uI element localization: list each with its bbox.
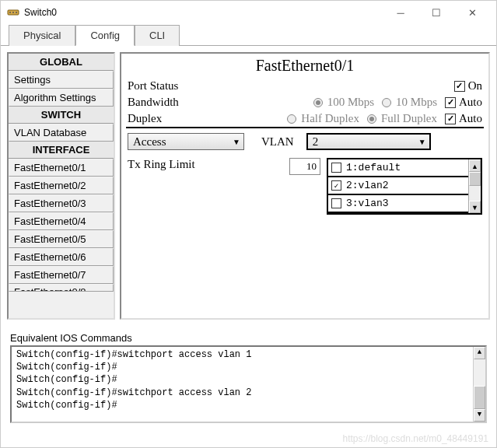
duplex-auto-checkbox[interactable] [445, 114, 456, 124]
sidebar-item-fe06[interactable]: FastEthernet0/6 [9, 248, 114, 266]
bandwidth-100-label: 100 Mbps [327, 96, 374, 109]
duplex-half-label: Half Duplex [301, 112, 359, 125]
titlebar: Switch0 ─ ☐ ✕ [1, 1, 496, 24]
watermark: https://blog.csdn.net/m0_48449191 [343, 433, 488, 444]
sidebar-item-settings[interactable]: Settings [9, 71, 114, 89]
window-title: Switch0 [24, 7, 57, 18]
sidebar-item-algorithm-settings[interactable]: Algorithm Settings [9, 89, 114, 107]
tab-physical[interactable]: Physical [9, 25, 75, 46]
tab-cli[interactable]: CLI [135, 25, 180, 46]
ios-commands-output[interactable]: Switch(config-if)#switchport access vlan… [10, 345, 487, 423]
vlan-option-3-checkbox[interactable] [331, 198, 341, 208]
vlan-option-2-label: 2:vlan2 [346, 180, 389, 191]
vlan-options-list: 1:default 2:vlan2 3:vlan3 ▲ ▼ [327, 158, 482, 215]
vlan-option-1[interactable]: 1:default [328, 159, 468, 177]
sidebar-header-global: GLOBAL [9, 54, 114, 71]
sidebar-header-interface: INTERFACE [9, 142, 114, 159]
ios-scrollbar[interactable]: ▲ ▼ [473, 347, 485, 422]
config-sidebar: GLOBAL Settings Algorithm Settings SWITC… [7, 52, 115, 320]
app-icon [7, 6, 19, 19]
vlan-option-1-label: 1:default [346, 162, 401, 173]
duplex-radio-full[interactable] [367, 114, 376, 124]
ios-line: Switch(config-if)# [16, 399, 481, 411]
vlan-option-3[interactable]: 3:vlan3 [328, 195, 468, 213]
tab-bar: Physical Config CLI [1, 24, 496, 46]
bandwidth-auto-checkbox[interactable] [445, 97, 456, 108]
scroll-thumb[interactable] [474, 386, 485, 409]
vlan-option-1-checkbox[interactable] [331, 163, 341, 173]
maximize-button[interactable]: ☐ [418, 1, 454, 24]
tx-ring-label: Tx Ring Limit [128, 158, 283, 171]
bandwidth-10-label: 10 Mbps [396, 96, 437, 109]
interface-title: FastEthernet0/1 [121, 54, 488, 78]
sidebar-item-fe01[interactable]: FastEthernet0/1 [9, 159, 114, 177]
svg-point-1 [9, 12, 11, 13]
duplex-full-label: Full Duplex [381, 112, 437, 125]
vlan-label: VLAN [261, 135, 294, 149]
vlan-selected-value: 2 [313, 135, 319, 149]
bandwidth-label: Bandwidth [128, 96, 221, 109]
vlan-option-3-label: 3:vlan3 [346, 198, 389, 209]
ios-line: Switch(config-if)# [16, 361, 481, 373]
port-status-checkbox[interactable] [454, 81, 465, 92]
sidebar-item-fe02[interactable]: FastEthernet0/2 [9, 177, 114, 194]
scroll-down-icon[interactable]: ▼ [474, 409, 485, 422]
duplex-label: Duplex [128, 112, 221, 125]
port-mode-value: Access [133, 135, 166, 149]
bandwidth-radio-100[interactable] [313, 98, 323, 107]
ios-line: Switch(config-if)#switchport access vlan… [16, 387, 481, 399]
svg-point-3 [16, 12, 17, 13]
bandwidth-auto-label: Auto [459, 96, 482, 109]
sidebar-item-vlan-database[interactable]: VLAN Database [9, 124, 114, 142]
chevron-down-icon: ▼ [418, 138, 426, 146]
vlan-option-2-checkbox[interactable] [331, 180, 341, 191]
minimize-button[interactable]: ─ [383, 1, 418, 24]
vlan-dropdown[interactable]: 2 ▼ [306, 133, 431, 150]
ios-line: Switch(config-if)#switchport access vlan… [16, 348, 481, 361]
sidebar-header-switch: SWITCH [9, 107, 114, 124]
duplex-radio-half[interactable] [287, 114, 296, 124]
port-status-on-label: On [468, 79, 482, 93]
bandwidth-radio-10[interactable] [382, 98, 391, 107]
port-mode-dropdown[interactable]: Access ▼ [128, 133, 244, 150]
vlan-options-scrollbar[interactable]: ▲ ▼ [468, 159, 481, 213]
duplex-auto-label: Auto [459, 112, 482, 125]
interface-config-panel: FastEthernet0/1 Port Status On Bandwidth… [120, 52, 490, 320]
scroll-down-icon[interactable]: ▼ [469, 201, 481, 213]
vlan-option-2[interactable]: 2:vlan2 [328, 177, 468, 195]
scroll-thumb[interactable] [469, 172, 481, 186]
sidebar-item-fe03[interactable]: FastEthernet0/3 [9, 194, 114, 212]
tx-ring-input[interactable] [289, 158, 320, 175]
tab-config[interactable]: Config [75, 25, 135, 46]
scroll-up-icon[interactable]: ▲ [474, 347, 485, 359]
ios-commands-label: Equivalent IOS Commands [10, 331, 487, 345]
sidebar-item-fe08[interactable]: FastEthernet0/8 [9, 284, 114, 292]
chevron-down-icon: ▼ [233, 138, 240, 146]
svg-point-2 [12, 12, 14, 13]
sidebar-item-fe05[interactable]: FastEthernet0/5 [9, 230, 114, 248]
sidebar-item-fe07[interactable]: FastEthernet0/7 [9, 266, 114, 284]
close-button[interactable]: ✕ [454, 1, 490, 24]
scroll-up-icon[interactable]: ▲ [469, 159, 481, 172]
port-status-label: Port Status [128, 79, 221, 93]
ios-line: Switch(config-if)# [16, 373, 481, 386]
sidebar-item-fe04[interactable]: FastEthernet0/4 [9, 212, 114, 230]
